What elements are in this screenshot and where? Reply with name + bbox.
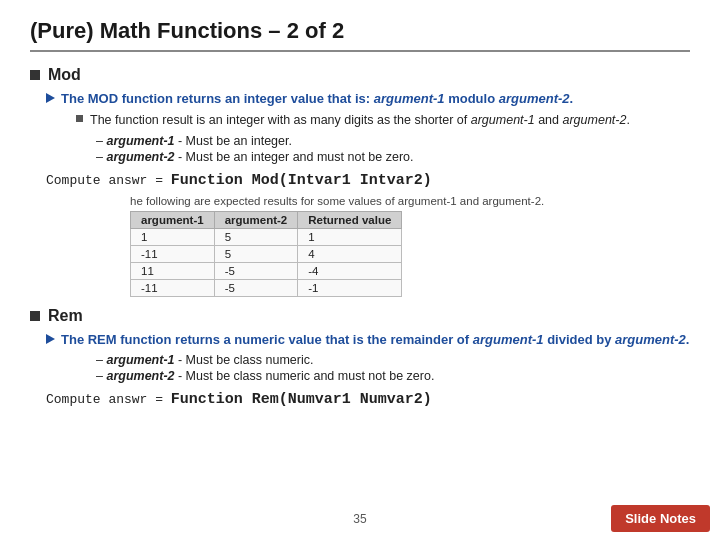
mod-level2: The function result is an integer with a… [76,112,690,130]
mod-header: Mod [30,66,690,84]
col-arg1: argument-1 [131,211,215,228]
cell: 5 [214,245,298,262]
rem-level1-text: The REM function returns a numeric value… [61,331,689,349]
mod-compute-label: Compute answr = [46,173,171,188]
cell: -11 [131,279,215,296]
mod-table: argument-1 argument-2 Returned value 1 5… [130,211,402,297]
mod-func-text: Function Mod(Intvar1 Intvar2) [171,172,432,189]
mod-dash2: – argument-2 - Must be an integer and mu… [96,150,690,164]
cell: 4 [298,245,402,262]
col-ret: Returned value [298,211,402,228]
mod-level2-text: The function result is an integer with a… [90,112,630,130]
mod-compute-line: Compute answr = Function Mod(Intvar1 Int… [46,172,690,189]
slide-notes-button[interactable]: Slide Notes [611,505,710,532]
rem-compute-label: Compute answr = [46,392,171,407]
mod-level1: The MOD function returns an integer valu… [46,90,690,108]
mod-bullet-icon [30,70,40,80]
mod-level1-text: The MOD function returns an integer valu… [61,90,573,108]
table-row: 11 -5 -4 [131,262,402,279]
cell: 1 [298,228,402,245]
rem-compute-line: Compute answr = Function Rem(Numvar1 Num… [46,391,690,408]
cell: -5 [214,262,298,279]
rem-title: Rem [48,307,83,325]
mod-dash1: – argument-1 - Must be an integer. [96,134,690,148]
cell: 11 [131,262,215,279]
cell: -11 [131,245,215,262]
mod-table-wrap: he following are expected results for so… [130,195,690,297]
rem-bullet-icon [30,311,40,321]
page-number: 35 [353,512,366,526]
rem-level1: The REM function returns a numeric value… [46,331,690,349]
rem-func-text: Function Rem(Numvar1 Numvar2) [171,391,432,408]
mod-title: Mod [48,66,81,84]
cell: -5 [214,279,298,296]
mod-triangle-icon [46,93,55,103]
rem-triangle-icon [46,334,55,344]
rem-header: Rem [30,307,690,325]
cell: 5 [214,228,298,245]
rem-dash1: – argument-1 - Must be class numeric. [96,353,690,367]
mod-table-desc: he following are expected results for so… [130,195,690,207]
table-row: 1 5 1 [131,228,402,245]
slide-title: (Pure) Math Functions – 2 of 2 [30,18,690,52]
col-arg2: argument-2 [214,211,298,228]
table-row: -11 5 4 [131,245,402,262]
cell: -1 [298,279,402,296]
mod-section: Mod The MOD function returns an integer … [30,66,690,297]
slide-container: (Pure) Math Functions – 2 of 2 Mod The M… [0,0,720,540]
cell: 1 [131,228,215,245]
rem-section: Rem The REM function returns a numeric v… [30,307,690,408]
table-row: -11 -5 -1 [131,279,402,296]
cell: -4 [298,262,402,279]
mod-square-icon [76,115,83,122]
rem-dash2: – argument-2 - Must be class numeric and… [96,369,690,383]
